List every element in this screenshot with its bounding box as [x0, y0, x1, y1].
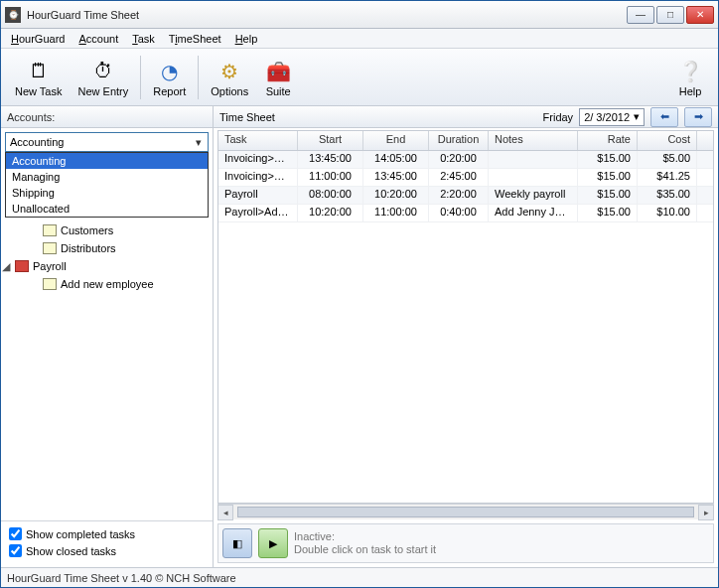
cell-end: 13:45:00	[363, 169, 429, 186]
suite-button[interactable]: 🧰 Suite	[256, 52, 300, 103]
footer-text: HourGuard Time Sheet v 1.40 © NCH Softwa…	[7, 572, 236, 584]
cell-end: 11:00:00	[363, 205, 429, 221]
timesheet-grid: Task Start End Duration Notes Rate Cost …	[217, 130, 714, 504]
chevron-down-icon: ▾	[634, 110, 640, 123]
close-button[interactable]: ✕	[686, 6, 714, 24]
help-label: Help	[679, 85, 702, 97]
new-entry-button[interactable]: ⏱ New Entry	[70, 52, 136, 103]
menu-task[interactable]: Task	[126, 31, 161, 47]
menu-hourguard[interactable]: HourGuard	[5, 31, 71, 47]
accounts-combo[interactable]: Accounting ▾	[5, 132, 209, 152]
new-task-label: New Task	[15, 85, 62, 97]
options-button[interactable]: ⚙ Options	[203, 52, 256, 103]
cell-end: 10:20:00	[363, 187, 429, 204]
accounts-filter-checks: Show completed tasks Show closed tasks	[1, 520, 213, 563]
timesheet-header: Time Sheet Friday 2/ 3/2012 ▾ ⬅ ➡	[214, 106, 718, 128]
tree-node-payroll[interactable]: ◢ Payroll	[3, 257, 211, 275]
scroll-left-button[interactable]: ◂	[217, 505, 233, 520]
new-task-icon: 🗒	[25, 58, 53, 85]
options-label: Options	[211, 85, 248, 97]
cell-cost: $10.00	[638, 205, 697, 221]
folder-icon	[43, 278, 57, 290]
date-prev-button[interactable]: ⬅	[650, 107, 678, 127]
tree-label: Add new employee	[61, 278, 154, 290]
toolbar-separator	[198, 56, 199, 99]
tree-node-customers[interactable]: Customers	[3, 221, 211, 239]
help-icon: ❔	[676, 58, 704, 85]
menu-help[interactable]: Help	[229, 31, 264, 47]
col-task[interactable]: Task	[218, 131, 298, 150]
minimize-button[interactable]: —	[627, 6, 654, 24]
toolbar: 🗒 New Task ⏱ New Entry ◔ Report ⚙ Option…	[1, 49, 718, 106]
toolbar-separator	[140, 56, 141, 99]
cell-start: 08:00:00	[298, 187, 363, 204]
show-completed-check[interactable]: Show completed tasks	[9, 525, 205, 542]
col-cost[interactable]: Cost	[638, 131, 697, 150]
show-closed-check[interactable]: Show closed tasks	[9, 542, 205, 559]
scrollbar-thumb[interactable]	[237, 507, 694, 517]
new-entry-icon: ⏱	[89, 58, 117, 85]
show-completed-checkbox[interactable]	[9, 527, 22, 540]
col-duration[interactable]: Duration	[429, 131, 489, 150]
cell-notes	[489, 151, 578, 168]
accounts-option-shipping[interactable]: Shipping	[6, 185, 208, 201]
menu-timesheet[interactable]: TimeSheet	[163, 31, 227, 47]
cell-cost: $41.25	[638, 169, 697, 186]
menu-account[interactable]: Account	[72, 31, 124, 47]
col-rate[interactable]: Rate	[578, 131, 638, 150]
accounts-combo-value: Accounting	[10, 136, 64, 148]
accounts-option-accounting[interactable]: Accounting	[6, 153, 208, 169]
report-button[interactable]: ◔ Report	[145, 52, 194, 103]
table-row[interactable]: Payroll>Add ... 10:20:00 11:00:00 0:40:0…	[218, 205, 713, 222]
date-next-button[interactable]: ➡	[684, 107, 712, 127]
cell-notes	[489, 169, 578, 186]
new-entry-label: New Entry	[77, 85, 128, 97]
options-icon: ⚙	[216, 58, 243, 85]
timer-pause-button[interactable]: ◧	[222, 528, 252, 558]
cell-start: 10:20:00	[298, 205, 363, 221]
accounts-option-managing[interactable]: Managing	[6, 169, 208, 185]
suite-icon: 🧰	[264, 58, 292, 85]
cell-task: Invoicing>Cu...	[218, 151, 298, 168]
window-buttons: — □ ✕	[627, 6, 714, 24]
horizontal-scrollbar[interactable]: ◂ ▸	[217, 504, 714, 519]
titlebar: ⌚ HourGuard Time Sheet — □ ✕	[1, 1, 718, 29]
folder-icon	[43, 224, 57, 236]
table-row[interactable]: Invoicing>Cu... 13:45:00 14:05:00 0:20:0…	[218, 151, 713, 169]
maximize-button[interactable]: □	[656, 6, 684, 24]
help-button[interactable]: ❔ Help	[668, 52, 712, 103]
accounts-option-unallocated[interactable]: Unallocated	[6, 201, 208, 217]
status-line1: Inactive:	[294, 530, 436, 543]
new-task-button[interactable]: 🗒 New Task	[7, 52, 70, 103]
report-icon: ◔	[156, 58, 184, 85]
cell-task: Payroll>Add ...	[218, 205, 298, 221]
timesheet-pane: Time Sheet Friday 2/ 3/2012 ▾ ⬅ ➡ Task S…	[214, 106, 718, 567]
cell-rate: $15.00	[578, 205, 638, 221]
cell-task: Invoicing>Dis...	[218, 169, 298, 186]
scroll-right-button[interactable]: ▸	[698, 505, 714, 520]
timer-start-button[interactable]: ▶	[258, 528, 288, 558]
col-notes[interactable]: Notes	[489, 131, 578, 150]
cell-notes: Add Jenny Jones	[489, 205, 578, 221]
table-row[interactable]: Payroll 08:00:00 10:20:00 2:20:00 Weekly…	[218, 187, 713, 205]
col-start[interactable]: Start	[298, 131, 363, 150]
cell-duration: 2:20:00	[429, 187, 489, 204]
expand-icon[interactable]: ◢	[1, 260, 11, 273]
cell-rate: $15.00	[578, 187, 638, 204]
timesheet-label: Time Sheet	[219, 111, 275, 123]
status-line2: Double click on task to start it	[294, 543, 436, 556]
main-split: Accounts: Accounting ▾ Accounting Managi…	[1, 106, 718, 567]
accounts-combo-dropdown: Accounting Managing Shipping Unallocated	[5, 152, 209, 218]
show-completed-label: Show completed tasks	[26, 528, 135, 540]
table-row[interactable]: Invoicing>Dis... 11:00:00 13:45:00 2:45:…	[218, 169, 713, 187]
grid-header: Task Start End Duration Notes Rate Cost	[218, 131, 713, 151]
cell-duration: 0:40:00	[429, 205, 489, 221]
show-closed-checkbox[interactable]	[9, 544, 22, 557]
window-title: HourGuard Time Sheet	[27, 9, 627, 21]
tree-node-add-employee[interactable]: Add new employee	[3, 275, 211, 293]
col-end[interactable]: End	[363, 131, 429, 150]
tree-node-distributors[interactable]: Distributors	[3, 239, 211, 257]
date-picker[interactable]: 2/ 3/2012 ▾	[579, 108, 645, 126]
tree-label: Payroll	[33, 260, 67, 272]
cell-start: 13:45:00	[298, 151, 363, 168]
